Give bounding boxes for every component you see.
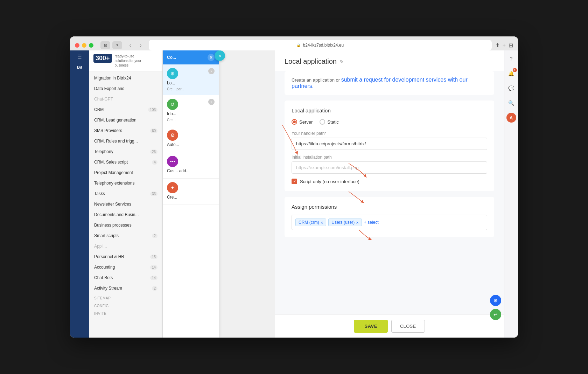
forward-button[interactable]: › <box>136 41 145 50</box>
radio-static-circle <box>320 119 325 125</box>
slide-panel-item[interactable]: ⚙ Auto... <box>163 126 219 152</box>
perm-tag-crm-remove[interactable]: × <box>321 220 323 225</box>
list-item[interactable]: CRM, Sales script 4 <box>89 157 162 167</box>
list-item[interactable]: Chat-Bots 14 <box>89 272 162 283</box>
list-item[interactable]: Personnel & HR 15 <box>89 251 162 262</box>
list-item[interactable]: CRM 103 <box>89 104 162 115</box>
search-icon[interactable]: 🔍 <box>506 98 516 108</box>
hamburger-icon[interactable]: ☰ <box>77 54 82 60</box>
item-title: Cre... <box>167 195 215 200</box>
item-desc: Cre... <box>167 118 215 122</box>
close-button[interactable]: CLOSE <box>391 320 425 333</box>
item-close-btn[interactable]: × <box>208 99 215 105</box>
perm-tag-users-remove[interactable]: × <box>356 220 359 225</box>
list-item[interactable]: Newsletter Services <box>89 199 162 209</box>
lock-icon: 🔒 <box>296 43 301 47</box>
window-ctrl-chevron[interactable]: ▼ <box>112 41 122 49</box>
notifications-icon[interactable]: 🔔 1 <box>506 69 516 78</box>
item-icon: ↺ <box>167 99 178 110</box>
browser-chrome: ⊡ ▼ ‹ › 🔒 b24-ikz7sd.bitrix24.eu ⬆ + ⊞ <box>70 36 518 50</box>
list-item[interactable]: Chat-GPT <box>89 94 162 104</box>
promo-badge: 300+ <box>93 54 112 63</box>
list-item[interactable]: Tasks 33 <box>89 188 162 199</box>
item-icon: ⚙ <box>167 130 178 141</box>
form-section: Local application Server S <box>285 101 494 191</box>
minimize-traffic-light[interactable] <box>82 43 86 48</box>
script-only-checkbox[interactable]: ✓ Script only (no user interface) <box>292 179 487 184</box>
list-item[interactable]: Appli... <box>89 241 162 251</box>
radio-server-dot <box>293 120 296 123</box>
edit-icon[interactable]: ✎ <box>340 59 344 64</box>
dialog-panel: Local application ✎ Create an applicatio… <box>275 50 504 338</box>
radio-server-label: Server <box>299 119 313 125</box>
sidebar-logo: Bit <box>77 65 82 69</box>
sidebar-toggle-btn[interactable]: ⊡ <box>100 41 110 49</box>
fab-green-button[interactable]: ↩ <box>490 309 501 320</box>
list-item[interactable]: Telephony extensions <box>89 178 162 188</box>
marketplace-list: Migration in Bitrix24 Data Export and Ch… <box>89 71 162 318</box>
handler-label: Your handler path* <box>292 131 487 136</box>
list-item[interactable]: Documents and Busin... <box>89 209 162 220</box>
list-item[interactable]: Activity Stream 2 <box>89 283 162 293</box>
sidebar-left: ☰ Bit <box>70 50 89 338</box>
install-label: Initial installation path <box>292 155 487 160</box>
window-controls: ⊡ ▼ <box>100 41 122 49</box>
new-tab-icon[interactable]: + <box>503 42 506 48</box>
slide-panel-item[interactable]: ✦ Cre... <box>163 179 219 205</box>
save-button[interactable]: SAVE <box>354 320 387 333</box>
list-item[interactable]: Project Management <box>89 167 162 178</box>
checkbox-label: Script only (no user interface) <box>300 179 359 184</box>
fab-blue-button[interactable]: ⊕ <box>490 295 501 306</box>
slide-panel-item[interactable]: ••• Cus... add... <box>163 152 219 179</box>
item-title: Auto... <box>167 142 215 147</box>
traffic-lights <box>75 43 93 48</box>
list-item[interactable]: SMS Providers 60 <box>89 125 162 136</box>
form-section-title: Local application <box>292 108 487 113</box>
right-icon-bar: ? 🔔 1 💬 🔍 A <box>504 50 518 338</box>
item-desc: Cre... par... <box>167 87 215 91</box>
maximize-traffic-light[interactable] <box>89 43 93 48</box>
list-item[interactable]: CRM, Lead generation <box>89 115 162 125</box>
dialog-title: Local application <box>285 57 337 65</box>
info-text: Create an application or <box>292 77 341 83</box>
item-icon: ⊕ <box>167 68 178 79</box>
radio-static-label: Static <box>327 119 339 125</box>
list-item[interactable]: Business processes <box>89 220 162 230</box>
list-item[interactable]: Data Export and <box>89 83 162 94</box>
back-button[interactable]: ‹ <box>126 41 135 50</box>
address-bar[interactable]: 🔒 b24-ikz7sd.bitrix24.eu <box>149 40 492 50</box>
grid-icon[interactable]: ⊞ <box>509 42 513 49</box>
share-icon[interactable]: ⬆ <box>495 42 500 49</box>
install-input[interactable] <box>292 161 487 174</box>
list-item[interactable]: Migration in Bitrix24 <box>89 73 162 83</box>
checkbox-checked-icon: ✓ <box>292 179 297 184</box>
list-item[interactable]: CRM, Rules and trigg... <box>89 136 162 146</box>
permissions-title: Assign permissions <box>292 204 487 210</box>
radio-server-circle <box>292 119 297 125</box>
slide-panel-item[interactable]: ⊕ × Lo... Cre... par... <box>163 64 219 95</box>
item-close-btn[interactable]: × <box>208 68 215 74</box>
permissions-section: Assign permissions CRM (crm) × Users (us… <box>285 197 494 237</box>
list-item[interactable]: Smart scripts 2 <box>89 230 162 241</box>
slide-panel-item[interactable]: ↺ × Inb... Cre... <box>163 95 219 126</box>
help-icon[interactable]: ? <box>506 54 516 64</box>
close-traffic-light[interactable] <box>75 43 79 48</box>
radio-static[interactable]: Static <box>320 119 339 125</box>
add-permission-btn[interactable]: + select <box>364 220 379 225</box>
item-icon: ••• <box>167 156 178 167</box>
fab-container: ⊕ ↩ <box>490 295 501 320</box>
overlay-close-button[interactable]: × <box>215 50 225 61</box>
slide-panel-header: Co... × <box>163 50 219 64</box>
dialog-body: Create an application or submit a reques… <box>275 71 504 314</box>
promo-text: ready-to-use solutions for your business <box>115 54 141 68</box>
perm-tag-crm: CRM (crm) × <box>295 219 326 226</box>
handler-input[interactable] <box>292 138 487 150</box>
chat-icon[interactable]: 💬 <box>506 83 516 93</box>
list-item[interactable]: Telephony 26 <box>89 146 162 157</box>
radio-server[interactable]: Server <box>292 119 313 125</box>
slide-panel-close[interactable]: × <box>208 54 215 61</box>
list-item[interactable]: Accounting 14 <box>89 262 162 272</box>
avatar[interactable]: A <box>506 113 516 123</box>
slide-panel-1: Co... × ⊕ × Lo... Cre... par... ↺ × <box>163 50 219 338</box>
item-icon: ✦ <box>167 182 178 193</box>
